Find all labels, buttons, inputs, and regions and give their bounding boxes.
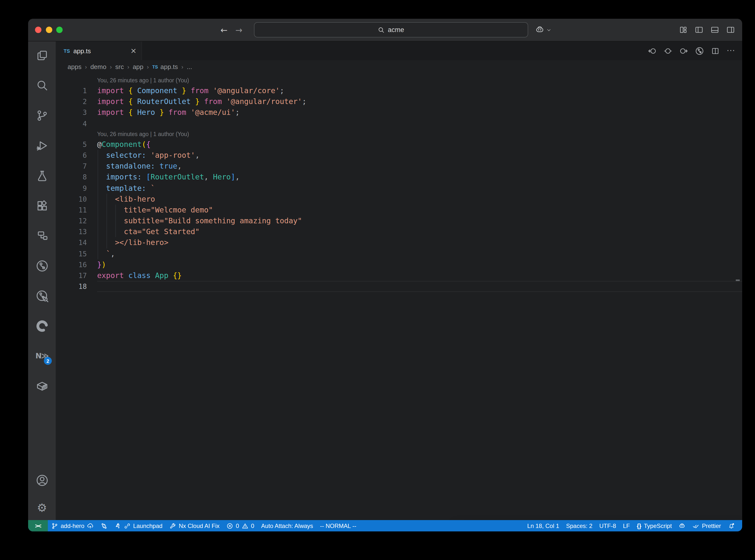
command-center-search[interactable]: acme [254, 22, 528, 38]
panel-right-icon[interactable] [727, 26, 735, 34]
activity-extensions[interactable] [36, 199, 48, 212]
status-item-vim-mode[interactable]: -- NORMAL -- [317, 520, 360, 532]
status-item-encoding[interactable]: UTF-8 [596, 520, 620, 532]
breadcrumb-item[interactable]: apps [67, 63, 81, 71]
status-item-formatter[interactable]: Prettier [689, 520, 724, 532]
status-text: Ln 18, Col 1 [527, 522, 559, 529]
status-item-notifications-bell[interactable] [724, 520, 738, 532]
breadcrumb-separator: › [110, 63, 112, 70]
indent-guide [97, 172, 98, 183]
activity-hierarchy[interactable] [36, 229, 48, 242]
status-item-problems[interactable]: 00 [223, 520, 258, 532]
activity-container[interactable] [36, 380, 48, 393]
go-forward-button[interactable]: → [236, 25, 243, 35]
code-line[interactable]: 3import { Hero } from '@acme/ui'; [56, 107, 742, 118]
minimize-window-button[interactable] [46, 27, 52, 33]
status-text: Auto Attach: Always [261, 522, 313, 529]
code-line[interactable]: 7 standalone: true, [56, 161, 742, 172]
git-compare-icon [101, 522, 107, 529]
code-line[interactable]: 15 `, [56, 248, 742, 259]
nav-dot-icon[interactable] [663, 46, 672, 55]
activity-search[interactable] [36, 79, 48, 92]
tab-label: app.ts [74, 47, 127, 55]
zoom-window-button[interactable] [56, 27, 63, 33]
status-item-auto-attach[interactable]: Auto Attach: Always [258, 520, 317, 532]
activity-testing[interactable] [36, 169, 48, 182]
code-line[interactable]: 9 template: ` [56, 183, 742, 194]
nav-back-icon[interactable] [648, 46, 656, 55]
status-item-indentation[interactable]: Spaces: 2 [563, 520, 596, 532]
double-check-icon [693, 522, 699, 529]
tab-app-ts[interactable]: TS app.ts × [56, 41, 142, 60]
wrench-icon [170, 522, 176, 529]
indent-guide [97, 226, 98, 237]
breadcrumb-separator: › [85, 63, 87, 70]
code-line[interactable]: 8 imports: [RouterOutlet, Hero], [56, 172, 742, 183]
search-value: acme [388, 26, 404, 34]
breadcrumb-item[interactable]: TSapp.ts [152, 63, 178, 71]
status-text: Prettier [702, 522, 721, 529]
status-item-language-mode[interactable]: {}TypeScript [633, 520, 675, 532]
indent-guide [106, 205, 107, 215]
nav-forward-icon[interactable] [679, 46, 688, 55]
status-item-nx-cloud-ai-fix[interactable]: Nx Cloud AI Fix [166, 520, 223, 532]
code-line[interactable]: 2import { RouterOutlet } from '@angular/… [56, 96, 742, 107]
status-item-launchpad[interactable]: Launchpad [111, 520, 166, 532]
copilot-menu[interactable] [535, 19, 551, 41]
close-window-button[interactable] [35, 27, 41, 33]
line-number: 5 [56, 139, 87, 150]
indent-guide [115, 205, 116, 215]
activity-run-debug[interactable] [36, 139, 48, 152]
status-item-remote-indicator[interactable]: >< [28, 520, 48, 532]
line-number: 7 [56, 161, 87, 172]
line-number: 2 [56, 96, 87, 107]
status-item-copilot-status[interactable] [675, 520, 689, 532]
activity-edge[interactable] [36, 319, 48, 332]
status-text: Launchpad [133, 522, 162, 529]
status-text: Nx Cloud AI Fix [179, 522, 219, 529]
layout-grid-icon[interactable] [679, 26, 688, 34]
code-line[interactable]: 18 [56, 281, 742, 292]
activity-settings[interactable]: ⚙ [36, 501, 48, 514]
status-item-eol[interactable]: LF [620, 520, 633, 532]
indent-guide [115, 226, 116, 237]
status-item-branch[interactable]: add-hero [48, 520, 97, 532]
code-line[interactable]: 4 [56, 118, 742, 129]
indent-guide [97, 205, 98, 215]
activity-account[interactable] [36, 474, 48, 486]
panel-left-icon[interactable] [695, 26, 703, 34]
breadcrumb-item[interactable]: src [115, 63, 124, 71]
code-line[interactable]: 13 cta="Get Started" [56, 226, 742, 237]
split-editor-icon[interactable] [711, 46, 719, 55]
activity-nx[interactable]: N≫2 [36, 349, 48, 362]
code-line[interactable]: 17export class App {} [56, 270, 742, 281]
code-line[interactable]: 1import { Component } from '@angular/cor… [56, 85, 742, 96]
code-line[interactable]: 16}) [56, 259, 742, 270]
bell-dot-icon [728, 522, 735, 529]
activity-git-search[interactable] [36, 289, 48, 302]
git-circle-icon[interactable] [695, 46, 703, 55]
code-line[interactable]: 5@Component({ [56, 139, 742, 150]
more-icon[interactable]: ··· [727, 46, 735, 55]
go-back-button[interactable]: ← [220, 25, 227, 35]
code-line[interactable]: 6 selector: 'app-root', [56, 150, 742, 161]
panel-bottom-icon[interactable] [711, 26, 719, 34]
status-item-git-compare[interactable] [97, 520, 111, 532]
git-blame-annotation: You, 26 minutes ago | 1 author (You) [97, 129, 742, 139]
activity-source-control[interactable] [36, 109, 48, 122]
breadcrumb-item[interactable]: app [133, 63, 143, 71]
activity-git-graph[interactable] [36, 259, 48, 272]
code-line[interactable]: 14 ></lib-hero> [56, 237, 742, 248]
code-line[interactable]: 12 subtitle="Build something amazing tod… [56, 215, 742, 226]
breadcrumb-item[interactable]: ... [187, 63, 192, 71]
code-line[interactable]: 11 title="Welcmoe demo" [56, 205, 742, 215]
search-icon [378, 26, 385, 33]
code-editor[interactable]: You, 26 minutes ago | 1 author (You)1imp… [56, 74, 742, 520]
indent-guide [97, 161, 98, 172]
close-tab-icon[interactable]: × [131, 47, 137, 55]
activity-explorer[interactable] [36, 49, 48, 62]
status-item-cursor-position[interactable]: Ln 18, Col 1 [524, 520, 562, 532]
window-controls [35, 27, 63, 33]
breadcrumb-item[interactable]: demo [90, 63, 106, 71]
code-line[interactable]: 10 <lib-hero [56, 194, 742, 204]
